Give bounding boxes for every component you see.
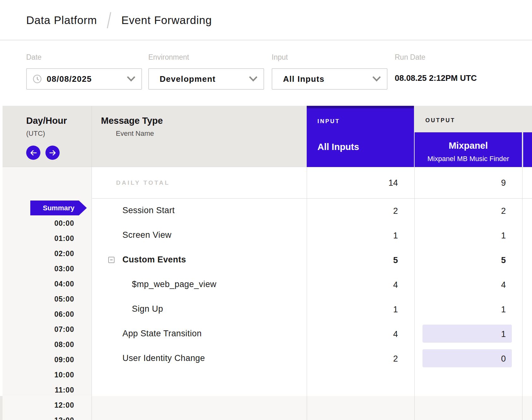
output-column-subtitle: Mixpanel MB Music Finder — [415, 155, 522, 163]
hour-item[interactable]: 00:00 — [3, 219, 74, 227]
input-cell-value: 2 — [307, 206, 398, 216]
next-day-button[interactable] — [45, 146, 60, 160]
hour-item[interactable]: 09:00 — [3, 356, 74, 364]
input-value: All Inputs — [283, 74, 324, 84]
input-group-header: INPUT All Inputs — [307, 106, 414, 167]
header-divider — [0, 40, 532, 40]
collapse-toggle[interactable] — [108, 257, 115, 263]
input-cell-value: 4 — [307, 329, 398, 339]
breadcrumb-section[interactable]: Data Platform — [26, 14, 97, 27]
date-value: 08/08/2025 — [47, 74, 92, 84]
daily-total-label: DAILY TOTAL — [116, 179, 170, 186]
grid-line-sidebar — [92, 106, 92, 420]
grid-line-input-footer — [307, 396, 307, 420]
hour-item[interactable]: 13:00 — [3, 416, 74, 420]
environment-value: Development — [160, 74, 216, 84]
hour-item[interactable]: 02:00 — [3, 249, 74, 258]
grid-line-output-footer — [414, 396, 415, 420]
output-cell-value: 1 — [414, 231, 506, 241]
table-footer-band — [0, 396, 532, 420]
hour-item[interactable]: 11:00 — [3, 386, 74, 394]
chevron-down-icon — [127, 76, 135, 82]
summary-tab-label: Summary — [43, 204, 74, 212]
arrow-right-icon — [49, 150, 56, 156]
run-date-value: 08.08.25 2:12PM UTC — [395, 73, 477, 83]
date-filter-label: Date — [26, 53, 42, 62]
date-dropdown[interactable]: 08/08/2025 — [26, 68, 142, 90]
daily-total-divider — [92, 198, 532, 199]
message-type-column-subtitle: Event Name — [116, 129, 154, 138]
output-cell-value: 0 — [414, 354, 506, 364]
grid-line-output — [414, 167, 415, 420]
row-label: App State Transition — [122, 329, 202, 339]
output-cell-value: 1 — [414, 329, 506, 339]
grid-line-output2-footer — [522, 396, 523, 420]
row-label: User Identity Change — [122, 353, 205, 363]
hour-item[interactable]: 10:00 — [3, 371, 74, 379]
daily-total-output-value: 9 — [414, 178, 506, 188]
output-cell-value: 5 — [414, 255, 506, 265]
input-cell-value: 4 — [307, 280, 398, 290]
hour-item[interactable]: 08:00 — [3, 340, 74, 349]
input-column-title[interactable]: All Inputs — [317, 142, 359, 152]
input-cell-value: 1 — [307, 305, 398, 315]
input-group-label: INPUT — [317, 118, 340, 125]
output-column-title: Mixpanel — [415, 141, 522, 151]
input-dropdown[interactable]: All Inputs — [272, 68, 387, 90]
breadcrumb-separator-icon — [107, 12, 111, 28]
run-date-label: Run Date — [395, 53, 425, 62]
day-hour-column-subtitle: (UTC) — [26, 129, 45, 138]
grid-line-sidebar-footer — [92, 396, 92, 420]
chevron-down-icon — [249, 76, 257, 82]
environment-filter-label: Environment — [148, 53, 189, 62]
hour-item[interactable]: 04:00 — [3, 280, 74, 288]
previous-day-button[interactable] — [26, 146, 40, 160]
message-type-column-title: Message Type — [101, 116, 163, 126]
row-label: Sign Up — [132, 304, 163, 314]
input-filter-label: Input — [272, 53, 288, 62]
hour-item[interactable]: 03:00 — [3, 265, 74, 273]
grid-line-input — [307, 167, 307, 420]
input-cell-value: 1 — [307, 231, 398, 241]
next-output-column-header[interactable] — [523, 132, 532, 167]
arrow-left-icon — [30, 150, 37, 156]
hour-item[interactable]: 07:00 — [3, 325, 74, 333]
clock-icon — [33, 75, 42, 83]
input-cell-value: 2 — [307, 354, 398, 364]
row-label: $mp_web_page_view — [132, 279, 216, 289]
output-column-header[interactable]: Mixpanel Mixpanel MB Music Finder — [415, 132, 522, 167]
grid-line-output2 — [522, 167, 523, 420]
environment-dropdown[interactable]: Development — [148, 68, 264, 90]
hour-item[interactable]: 12:00 — [3, 401, 74, 409]
daily-total-input-value: 14 — [307, 178, 398, 188]
footer-gutter — [0, 396, 3, 420]
hour-item[interactable]: 01:00 — [3, 234, 74, 243]
breadcrumb: Data Platform Event Forwarding — [26, 0, 212, 40]
minus-icon — [110, 260, 113, 260]
input-cell-value: 5 — [307, 255, 398, 265]
summary-tab[interactable]: Summary — [30, 201, 87, 215]
output-cell-value: 2 — [414, 206, 506, 216]
row-label: Screen View — [122, 230, 171, 240]
output-group-label: OUTPUT — [425, 117, 455, 124]
hour-item[interactable]: 05:00 — [3, 295, 74, 303]
hour-item[interactable]: 06:00 — [3, 310, 74, 318]
day-hour-column-title: Day/Hour — [26, 116, 67, 126]
chevron-down-icon — [372, 76, 381, 82]
output-cell-value: 1 — [414, 305, 506, 315]
row-label: Custom Events — [122, 255, 186, 265]
input-group-accent-strip — [307, 106, 414, 108]
breadcrumb-page: Event Forwarding — [121, 14, 212, 27]
output-cell-value: 4 — [414, 280, 506, 290]
row-label: Session Start — [122, 206, 175, 215]
